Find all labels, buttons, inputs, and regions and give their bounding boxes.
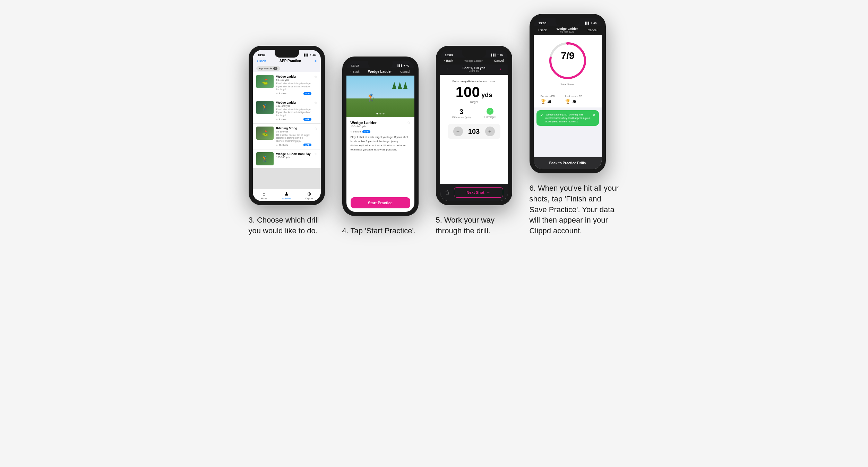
phone-4-screen: 13:02 ▌▌▌ ✦ 4G ‹ Back Wedge Ladder Cance… bbox=[346, 61, 414, 212]
back-btn-5[interactable]: ‹ Back bbox=[444, 59, 453, 62]
phone-5-section: 13:03 ▌▌▌ ✦ 4G ‹ Back Wedge Ladder Cance… bbox=[436, 46, 519, 236]
next-arrow[interactable]: → bbox=[497, 66, 502, 72]
input-value[interactable]: 103 bbox=[467, 128, 481, 136]
drill-detail-names: Wedge Ladder 100–140 yds bbox=[351, 121, 377, 129]
drill-detail-container: Wedge Ladder 100–140 yds ☆ ○ 9 shots APP… bbox=[346, 117, 414, 212]
drill-thumb-3: ⛳ bbox=[256, 127, 274, 140]
drill-thumb-1: ⛳ bbox=[256, 75, 274, 88]
hero-dot-1 bbox=[376, 113, 378, 114]
shot-nav-row: ← Shot 1, 100 yds Score 5/9 → bbox=[440, 64, 508, 75]
hero-tree-1 bbox=[392, 82, 396, 89]
svg-point-2 bbox=[566, 42, 569, 45]
target-label: Target bbox=[456, 100, 492, 104]
shot-info: Shot 1, 100 yds Score 5/9 bbox=[463, 66, 485, 72]
shots-count-2: ○ 9 shots bbox=[276, 118, 287, 121]
star-icon-1[interactable]: ☆ bbox=[314, 75, 317, 79]
drill-desc-2: Play 1 shot at each target yardage. If y… bbox=[276, 108, 311, 117]
activities-icon: ♟ bbox=[284, 191, 289, 197]
clock-icon: ○ bbox=[351, 130, 352, 133]
drill-image-3: ⛳ bbox=[256, 127, 274, 140]
delete-btn[interactable]: 🗑 bbox=[445, 190, 450, 195]
shot-main: Enter carry distance for each shot 100 y… bbox=[440, 75, 508, 184]
drill-name-1: Wedge Ladder bbox=[276, 75, 311, 78]
phone-notch-5 bbox=[462, 50, 486, 58]
phone-4-frame: 13:02 ▌▌▌ ✦ 4G ‹ Back Wedge Ladder Cance… bbox=[342, 57, 419, 216]
carry-label: Enter carry distance for each shot bbox=[452, 80, 495, 83]
star-icon-3[interactable]: ☆ bbox=[314, 127, 317, 130]
drill-info-2: Wedge Ladder 100–140 yds Play 1 shot at … bbox=[276, 101, 311, 121]
back-btn-6[interactable]: ‹ Back bbox=[538, 28, 547, 32]
trophy-icon-2: 🏆 bbox=[565, 99, 570, 104]
nav-subtitle-6: Wedge Ladder bbox=[557, 27, 578, 31]
increment-btn[interactable]: + bbox=[485, 127, 495, 136]
target-unit: yds bbox=[481, 92, 492, 98]
nav-bar-3: ‹ Back APP Practice ≡ bbox=[253, 58, 321, 65]
back-to-drills-btn[interactable]: Back to Practice Drills bbox=[534, 157, 602, 169]
check-icon: ✓ bbox=[540, 113, 543, 118]
drill-detail-header: Wedge Ladder 100–140 yds ☆ bbox=[351, 121, 410, 129]
start-practice-btn[interactable]: Start Practice bbox=[351, 197, 410, 208]
bottom-tab-bar-3: ⌂ Home ♟ Activities ⊕ Capture bbox=[253, 189, 321, 201]
nav-bar-6: ‹ Back Wedge Ladder 06 Mar 2023 Cancel bbox=[534, 26, 602, 35]
capture-icon: ⊕ bbox=[307, 191, 311, 197]
star-icon-detail[interactable]: ☆ bbox=[407, 121, 410, 124]
star-icon-2[interactable]: ☆ bbox=[314, 101, 317, 105]
previous-pb-label: Previous PB bbox=[541, 95, 555, 98]
drill-item-3[interactable]: ⛳ Pitching String 55-100 yds Hit 1 shot … bbox=[253, 124, 321, 149]
nav-bar-4: ‹ Back Wedge Ladder Cancel bbox=[346, 68, 414, 76]
drill-info-1: Wedge Ladder 50–100 yds Play 1 shot at e… bbox=[276, 75, 311, 95]
drill-image-2: 🏌️ bbox=[256, 101, 274, 114]
phone-5-screen: 13:03 ▌▌▌ ✦ 4G ‹ Back Wedge Ladder Cance… bbox=[440, 50, 508, 201]
back-btn-3[interactable]: ‹ Back bbox=[257, 59, 266, 63]
difference-val: 3 bbox=[452, 108, 471, 116]
prev-arrow[interactable]: ← bbox=[446, 66, 451, 72]
tab-activities[interactable]: ♟ Activities bbox=[275, 191, 298, 200]
menu-btn-3[interactable]: ≡ bbox=[315, 59, 316, 63]
drill-item-1[interactable]: ⛳ Wedge Ladder 50–100 yds Play 1 shot at… bbox=[253, 72, 321, 97]
drill-detail-range: 100–140 yds bbox=[351, 125, 377, 128]
arrow-right-icon: → bbox=[487, 190, 490, 194]
drill-list-3: ⛳ Wedge Ladder 50–100 yds Play 1 shot at… bbox=[253, 72, 321, 189]
filter-chip-approach[interactable]: Approach 7 bbox=[256, 66, 280, 71]
svg-text:7/9: 7/9 bbox=[561, 50, 574, 61]
score-circle-svg: 7/9 bbox=[547, 40, 588, 81]
app-badge-detail: APP bbox=[362, 130, 370, 133]
star-icon-4[interactable]: ☆ bbox=[314, 152, 317, 156]
cancel-btn-5[interactable]: Cancel bbox=[494, 59, 504, 62]
nav-title-3: APP Practice bbox=[280, 59, 301, 63]
drill-meta-1: ○ 9 shots APP bbox=[276, 92, 311, 95]
hero-dots bbox=[376, 113, 384, 114]
caption-5: 5. Work your way through the drill. bbox=[436, 215, 512, 236]
hit-target-badge: ✓ bbox=[487, 108, 493, 115]
next-shot-btn[interactable]: Next Shot → bbox=[454, 187, 503, 198]
tab-capture[interactable]: ⊕ Capture bbox=[298, 191, 320, 200]
score-circle-container: 7/9 Total Score bbox=[534, 35, 602, 91]
status-icons-5: ▌▌▌ ✦ 4G bbox=[491, 54, 503, 57]
input-row: − 103 + bbox=[448, 124, 500, 139]
previous-pb-value: 🏆 -/9 bbox=[541, 99, 555, 104]
nav-date-6: 06 Mar 2023 bbox=[557, 31, 578, 33]
last-month-pb-label: Last month PB bbox=[565, 95, 582, 98]
tab-home[interactable]: ⌂ Home bbox=[253, 191, 275, 200]
hero-dot-3 bbox=[383, 113, 384, 114]
drill-desc-3: Hit 1 shot at each of the 10 target dist… bbox=[276, 134, 311, 142]
hit-target-label: Hit Target bbox=[484, 115, 496, 119]
nav-center-5: Wedge Ladder bbox=[464, 59, 482, 62]
drill-item-2[interactable]: 🏌️ Wedge Ladder 100–140 yds Play 1 shot … bbox=[253, 98, 321, 123]
drill-range-4: 100-140 yds bbox=[276, 156, 311, 158]
drill-detail-content: Wedge Ladder 100–140 yds ☆ ○ 9 shots APP… bbox=[346, 117, 414, 194]
cancel-btn-6[interactable]: Cancel bbox=[587, 28, 597, 32]
last-month-pb-value: 🏆 -/9 bbox=[565, 99, 582, 104]
cancel-btn-4[interactable]: Cancel bbox=[400, 70, 410, 73]
phone-3-frame: 13:02 ▌▌▌ ✦ 4G ‹ Back APP Practice ≡ App… bbox=[249, 46, 325, 205]
nav-title-4: Wedge Ladder bbox=[368, 70, 392, 73]
app-badge-3: APP bbox=[303, 144, 311, 146]
back-btn-4[interactable]: ‹ Back bbox=[351, 70, 360, 73]
nav-center-6: Wedge Ladder 06 Mar 2023 bbox=[557, 27, 578, 33]
toast-close-btn[interactable]: ✕ bbox=[593, 113, 595, 117]
drill-thumb-2: 🏌️ bbox=[256, 101, 274, 114]
nav-bar-5-top: ‹ Back Wedge Ladder Cancel bbox=[440, 58, 508, 64]
tab-home-label: Home bbox=[261, 197, 267, 200]
decrement-btn[interactable]: − bbox=[453, 127, 463, 136]
drill-item-4[interactable]: 🏌️ Wedge & Short Iron Play 100-140 yds ☆ bbox=[253, 149, 321, 168]
